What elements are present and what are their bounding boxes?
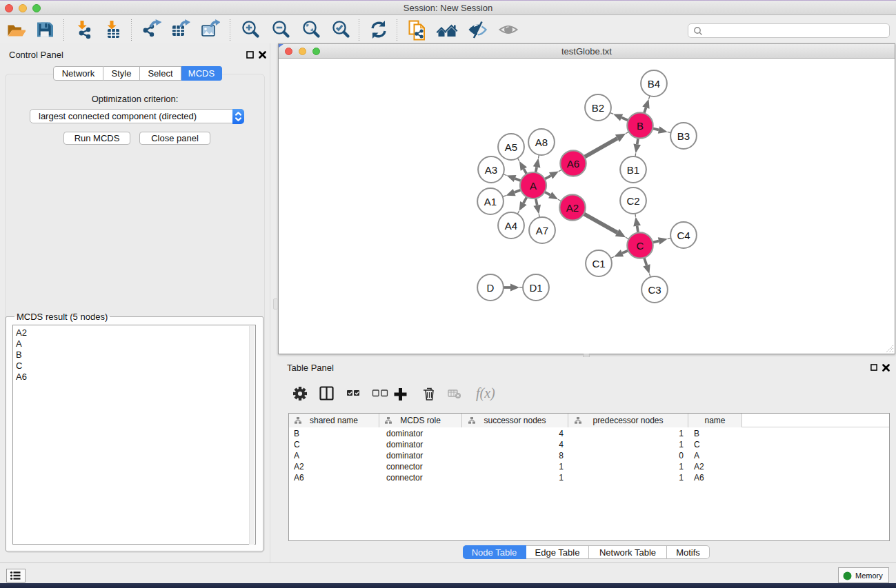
svg-text:f(x): f(x) [476, 385, 495, 401]
svg-text:C3: C3 [648, 284, 661, 296]
svg-text:A3: A3 [485, 164, 497, 176]
svg-text:A8: A8 [535, 136, 548, 148]
svg-text:B2: B2 [592, 102, 604, 114]
svg-text:C: C [637, 240, 644, 252]
svg-text:B: B [637, 120, 644, 132]
svg-text:A: A [530, 180, 537, 192]
svg-text:A7: A7 [536, 225, 548, 236]
svg-text:C1: C1 [592, 258, 605, 270]
svg-text:A4: A4 [505, 220, 517, 232]
svg-text:D1: D1 [529, 282, 542, 294]
svg-text:A1: A1 [484, 196, 497, 207]
svg-text:C4: C4 [677, 230, 690, 241]
svg-text:B4: B4 [648, 78, 660, 90]
svg-text:C2: C2 [626, 195, 639, 207]
svg-text:B3: B3 [677, 130, 690, 142]
svg-text:A2: A2 [566, 202, 579, 214]
svg-text:A5: A5 [505, 141, 517, 153]
svg-text:D: D [487, 282, 495, 294]
svg-text:A6: A6 [567, 158, 579, 170]
svg-text:B1: B1 [627, 164, 639, 176]
